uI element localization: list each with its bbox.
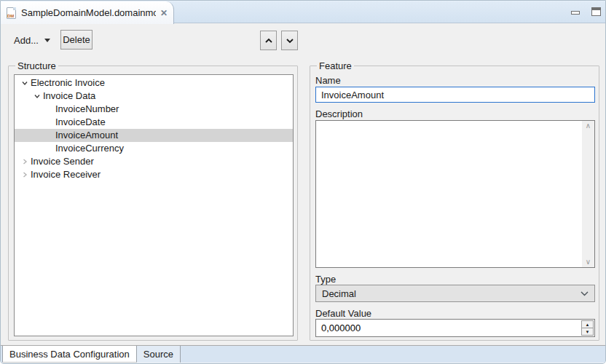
domainmodel-file-icon: DM [7, 7, 16, 19]
tree-item-label: InvoiceDate [55, 116, 110, 129]
minimize-icon[interactable] [571, 11, 580, 15]
maximize-icon[interactable] [591, 7, 601, 16]
tree-item-label: InvoiceNumber [55, 103, 123, 116]
tree-item-invoice-receiver[interactable]: Invoice Receiver [15, 168, 293, 181]
add-button-label: Add... [14, 35, 39, 46]
chevron-up-icon [264, 38, 273, 44]
chevron-expanded-icon[interactable] [19, 79, 31, 87]
name-label: Name [315, 75, 341, 86]
dropdown-arrow-icon [44, 39, 50, 42]
file-icon-text: DM [7, 14, 14, 18]
tree-item-label: InvoiceCurrency [55, 142, 128, 155]
name-input[interactable] [315, 87, 595, 103]
feature-group: Feature Name Description ∧ ∨ Type Decima… [310, 66, 599, 341]
tree-item-invoicedate[interactable]: InvoiceDate [15, 116, 293, 129]
move-down-button[interactable] [281, 31, 298, 50]
editor-tab-sampledomainmodel[interactable]: DM SampleDomainModel.domainmodel ✕ [1, 1, 174, 24]
editor-tab-bar: DM SampleDomainModel.domainmodel ✕ [1, 1, 606, 23]
tree-item-label: InvoiceAmount [55, 129, 122, 142]
tree-item-label: Invoice Sender [31, 155, 98, 168]
tree-item-label: Invoice Receiver [31, 168, 105, 181]
type-selected-value: Decimal [322, 288, 581, 299]
tree-item-invoicenumber[interactable]: InvoiceNumber [15, 103, 293, 116]
editor-tab-title: SampleDomainModel.domainmodel [21, 7, 156, 18]
bottom-tab-business-data-configuration[interactable]: Business Data Configuration [2, 346, 137, 363]
move-up-button[interactable] [260, 31, 277, 50]
tree-item-label: Electronic Invoice [31, 76, 109, 90]
bottom-tab-bar: Business Data ConfigurationSource [1, 345, 606, 363]
tree-item-invoiceamount[interactable]: InvoiceAmount [15, 129, 293, 142]
editor-window: DM SampleDomainModel.domainmodel ✕ Add..… [0, 0, 606, 364]
description-label: Description [315, 108, 363, 119]
default-value-spinner: ▲ ▼ [315, 319, 595, 337]
default-value-label: Default Value [315, 308, 371, 319]
chevron-down-icon [286, 38, 294, 44]
tree-item-electronic-invoice[interactable]: Electronic Invoice [15, 76, 293, 90]
delete-button-label: Delete [63, 34, 90, 45]
chevron-collapsed-icon[interactable] [19, 158, 31, 165]
structure-group-label: Structure [15, 60, 58, 71]
description-textarea-frame: ∧ ∨ [315, 120, 595, 268]
description-textarea[interactable] [316, 121, 581, 267]
spinner-buttons: ▲ ▼ [581, 320, 594, 336]
close-icon[interactable]: ✕ [160, 9, 168, 17]
tree-item-invoice-sender[interactable]: Invoice Sender [15, 155, 293, 168]
default-value-input[interactable] [316, 320, 581, 336]
type-select[interactable]: Decimal [315, 285, 595, 302]
scrollbar-up-icon[interactable]: ∧ [586, 122, 591, 130]
structure-group: Structure Electronic InvoiceInvoice Data… [8, 66, 298, 341]
chevron-collapsed-icon[interactable] [19, 171, 31, 178]
spinner-up-icon[interactable]: ▲ [582, 321, 593, 328]
structure-tree[interactable]: Electronic InvoiceInvoice DataInvoiceNum… [14, 74, 294, 336]
spinner-down-icon[interactable]: ▼ [582, 328, 593, 335]
tree-item-invoicecurrency[interactable]: InvoiceCurrency [15, 142, 293, 155]
tree-item-invoice-data[interactable]: Invoice Data [15, 90, 293, 103]
scrollbar-down-icon[interactable]: ∨ [586, 258, 591, 266]
type-label: Type [315, 274, 336, 285]
chevron-down-icon [581, 291, 589, 296]
tree-item-label: Invoice Data [43, 90, 100, 103]
add-dropdown-button[interactable]: Add... [11, 31, 53, 50]
delete-button[interactable]: Delete [60, 30, 93, 50]
bottom-tab-source[interactable]: Source [137, 346, 181, 363]
chevron-expanded-icon[interactable] [31, 92, 43, 100]
description-scrollbar[interactable]: ∧ ∨ [582, 121, 594, 267]
toolbar: Add... Delete [1, 24, 606, 55]
feature-group-label: Feature [317, 60, 354, 71]
